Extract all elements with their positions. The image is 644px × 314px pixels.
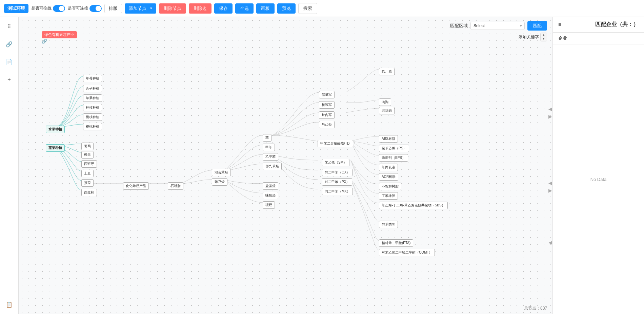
add-node-button[interactable]: 添加节点 ▾ bbox=[125, 3, 156, 14]
del-node-button[interactable]: 删除节点 bbox=[159, 3, 186, 14]
graph-node-r2[interactable]: 淘淘 bbox=[379, 98, 391, 106]
scroll-controls2: ◀ ▶ bbox=[548, 180, 552, 193]
panel-menu-icon[interactable]: ≡ bbox=[558, 22, 561, 28]
add-node-dropdown-arrow[interactable]: ▾ bbox=[148, 6, 152, 11]
graph-node-chem2[interactable]: 甲苯 bbox=[263, 144, 275, 151]
graph-node-chem3[interactable]: 乙甲苯 bbox=[263, 153, 278, 161]
graph-node-chem7[interactable]: 碳烃 bbox=[263, 201, 275, 209]
toggle-knob bbox=[59, 6, 64, 11]
graph-node-r4[interactable]: ABS树脂 bbox=[379, 135, 398, 143]
graph-node-r14[interactable]: 对苯乙烯二甲酸二辛酯（COMT） bbox=[379, 249, 435, 256]
graph-node-mid3[interactable]: 混合苯烃 bbox=[212, 169, 231, 176]
scroll-down2[interactable]: ▶ bbox=[548, 188, 552, 193]
graph-node-prod6[interactable]: 苯乙烯（SM） bbox=[322, 159, 349, 166]
graph-node-prod1[interactable]: 甲苯二异氰酸酯/TDI bbox=[318, 140, 353, 147]
graph-node-n8[interactable]: 橙果 bbox=[81, 151, 94, 159]
graph-node-n3[interactable]: 苹果种植 bbox=[83, 94, 102, 102]
layout-button[interactable]: 排版 bbox=[104, 4, 122, 13]
sidebar-add-icon[interactable]: ＋ bbox=[4, 74, 15, 85]
scroll-down[interactable]: ▶ bbox=[548, 114, 552, 119]
graph-node-prod4[interactable]: 炉内军 bbox=[319, 111, 335, 119]
graph-node-n2[interactable]: 合子种植 bbox=[83, 85, 102, 92]
scroll-up3[interactable]: ◀ bbox=[548, 240, 552, 245]
right-panel: ≡ 匹配企业（共：） 企业 No Data bbox=[552, 17, 644, 314]
graph-node-r11[interactable]: 苯乙烯-丁二烯-苯乙烯嵌段共聚物（SBS） bbox=[379, 202, 448, 209]
graph-node-chem5[interactable]: 盐藻烃 bbox=[263, 182, 278, 190]
connectable-label: 是否可连接 bbox=[68, 5, 88, 11]
graph-node-prod9[interactable]: 间二甲苯（MX） bbox=[322, 188, 353, 195]
keyword-down[interactable]: ▼ bbox=[541, 37, 547, 41]
search-button[interactable]: 搜索 bbox=[298, 3, 317, 14]
sidebar-drag-icon[interactable]: ⠿ bbox=[4, 21, 15, 32]
graph-node-r12[interactable]: 邻苯类邻 bbox=[379, 221, 398, 228]
company-label: 企业 bbox=[553, 33, 644, 44]
graph-node-n11[interactable]: 菠菜 bbox=[81, 179, 94, 187]
graph-node-prod8[interactable]: 对二甲苯（PX） bbox=[322, 178, 352, 186]
graph-node-n1[interactable]: 草莓种植 bbox=[83, 75, 102, 82]
main-area: ⠿ 🔗 📄 ＋ 📋 绿色有机果蔬产业 🔗 匹配区域 Select 匹配 添加关键… bbox=[0, 17, 644, 314]
graph-tag[interactable]: 绿色有机果蔬产业 bbox=[42, 31, 77, 38]
match-select-wrapper: Select bbox=[470, 22, 525, 30]
graph-node-chem4[interactable]: 邻九苯烃 bbox=[263, 163, 282, 170]
match-panel: 匹配区域 Select 匹配 添加关键字 ▲ ▼ bbox=[450, 21, 547, 41]
scroll-up2[interactable]: ◀ bbox=[548, 180, 552, 186]
no-data-label: No Data bbox=[553, 44, 644, 314]
del-edge-button[interactable]: 删除边 bbox=[189, 3, 212, 14]
graph-node-prod7[interactable]: 邻二甲苯（OX） bbox=[322, 169, 353, 176]
save-button[interactable]: 保存 bbox=[214, 3, 233, 14]
canvas-button[interactable]: 画板 bbox=[256, 3, 275, 14]
sidebar-link-icon[interactable]: 🔗 bbox=[4, 39, 15, 50]
env-label[interactable]: 测试环境 bbox=[4, 4, 28, 13]
graph-node-n9[interactable]: 西班牙 bbox=[81, 160, 97, 168]
graph-node-n6[interactable]: 樱桃种植 bbox=[83, 123, 102, 130]
graph-node-n7[interactable]: 葡萄 bbox=[81, 143, 94, 150]
graph-node-r9[interactable]: 不饱和树脂 bbox=[379, 183, 401, 190]
graph-node-r8[interactable]: ACR树脂 bbox=[379, 173, 398, 181]
connectable-toggle[interactable] bbox=[89, 5, 102, 12]
preview-button[interactable]: 预览 bbox=[277, 3, 296, 14]
panel-title: 匹配企业（共：） bbox=[595, 21, 639, 28]
match-button[interactable]: 匹配 bbox=[527, 21, 547, 31]
graph-node-chem6[interactable]: 味牧烃 bbox=[263, 192, 278, 199]
graph-node-r1[interactable]: 除、脂 bbox=[379, 68, 395, 75]
graph-node-r10[interactable]: 丁苯橡胶 bbox=[379, 192, 398, 200]
draggable-group: 是否可拖拽 bbox=[31, 5, 65, 12]
graph-node-prod2[interactable]: 储量军 bbox=[319, 91, 335, 98]
graph-node-mid4[interactable]: 苯乃烃 bbox=[212, 178, 227, 186]
graph-node-r5[interactable]: 聚苯乙烯（PS） bbox=[379, 145, 409, 152]
graph-node-n10[interactable]: 土豆 bbox=[81, 170, 94, 177]
canvas-area[interactable]: 绿色有机果蔬产业 🔗 匹配区域 Select 匹配 添加关键字 ▲ ▼ bbox=[19, 17, 552, 314]
graph-node-r7[interactable]: 苯丙乳液 bbox=[379, 164, 398, 171]
graph-node-n12[interactable]: 西红柿 bbox=[81, 189, 97, 196]
graph-node-mid1[interactable]: 化化苯烃产品 bbox=[123, 182, 149, 190]
graph-node-root1[interactable]: 水果种植 bbox=[46, 126, 65, 133]
connectable-group: 是否可连接 bbox=[68, 5, 102, 12]
left-sidebar: ⠿ 🔗 📄 ＋ 📋 bbox=[0, 17, 19, 314]
keyword-spinner: ▲ ▼ bbox=[540, 33, 547, 41]
graph-node-n4[interactable]: 桂枝种植 bbox=[83, 104, 102, 111]
draggable-toggle[interactable] bbox=[53, 5, 65, 12]
toolbar: 测试环境 是否可拖拽 是否可连接 排版 添加节点 ▾ 删除节点 删除边 保存 全… bbox=[0, 0, 644, 17]
graph-node-root2[interactable]: 蔬菜种植 bbox=[46, 144, 65, 152]
graph-node-prod3[interactable]: 核装军 bbox=[319, 101, 335, 109]
canvas-status: 总节点：837 bbox=[524, 306, 547, 311]
graph-link-icon[interactable]: 🔗 bbox=[42, 39, 47, 44]
keyword-up[interactable]: ▲ bbox=[541, 33, 547, 37]
add-keyword-row: 添加关键字 ▲ ▼ bbox=[450, 33, 547, 41]
scroll-controls3: ◀ bbox=[548, 240, 552, 245]
right-panel-header: ≡ 匹配企业（共：） bbox=[553, 17, 644, 33]
match-region-select[interactable]: Select bbox=[470, 22, 525, 30]
add-node-label: 添加节点 bbox=[129, 5, 146, 12]
sidebar-doc-icon[interactable]: 📄 bbox=[4, 56, 15, 67]
scroll-up[interactable]: ◀ bbox=[548, 106, 552, 112]
sidebar-bottom-icon[interactable]: 📋 bbox=[4, 299, 15, 310]
graph-node-r6[interactable]: 磁塑剂（EPS） bbox=[379, 154, 408, 162]
graph-node-mid2[interactable]: 石蜡脂 bbox=[168, 182, 183, 190]
select-all-button[interactable]: 全选 bbox=[235, 3, 254, 14]
graph-node-prod5[interactable]: 乌己烃 bbox=[319, 121, 335, 128]
graph-node-n5[interactable]: 桃枝种植 bbox=[83, 113, 102, 121]
graph-node-chem1[interactable]: 苯 bbox=[263, 134, 271, 142]
draggable-label: 是否可拖拽 bbox=[31, 5, 52, 11]
graph-node-r13[interactable]: 精对苯二甲酸(PTA) bbox=[379, 239, 413, 247]
graph-node-r3[interactable]: 岩封肉 bbox=[379, 107, 395, 114]
